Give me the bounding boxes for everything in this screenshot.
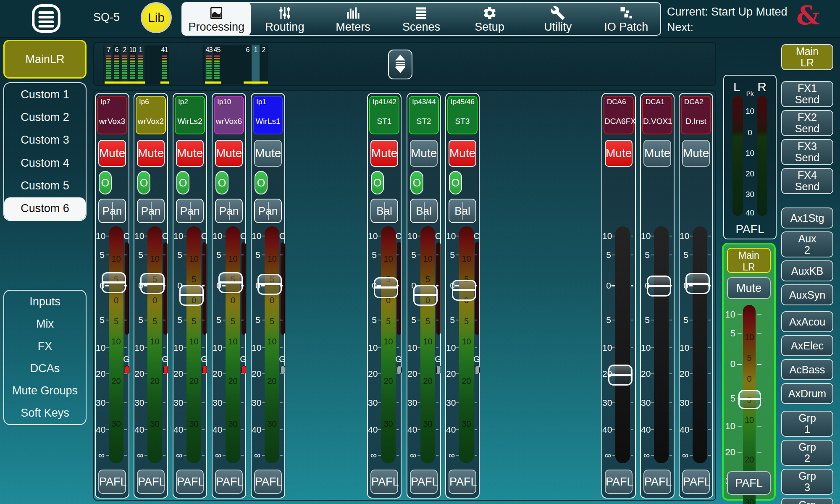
pafl-button[interactable]: PAFL: [98, 470, 126, 494]
mix-button-grp-4[interactable]: Grp4: [781, 498, 833, 504]
overview-channel-10[interactable]: 10: [129, 45, 136, 84]
mix-button-main-lr[interactable]: MainLR: [781, 44, 833, 70]
mix-button-axacou[interactable]: AxAcou: [781, 311, 833, 332]
master-mute-button[interactable]: Mute: [727, 277, 771, 299]
overview-channel-43[interactable]: 43: [205, 45, 213, 84]
fader-handle[interactable]: [140, 273, 165, 294]
pan-button[interactable]: Pan: [215, 199, 243, 223]
mix-button-axdrum[interactable]: AxDrum: [781, 383, 833, 404]
fader-handle[interactable]: [179, 285, 204, 306]
channel-label[interactable]: Ip1 WirLs1: [253, 96, 283, 134]
channel-on-indicator[interactable]: O: [99, 171, 112, 194]
pafl-button[interactable]: PAFL: [682, 470, 710, 494]
overview-channel-1[interactable]: 1: [136, 45, 144, 84]
tab-processing[interactable]: Processing: [182, 3, 251, 35]
master-pafl-button[interactable]: PAFL: [727, 471, 771, 495]
mix-button-fx2-send[interactable]: FX2Send: [781, 110, 833, 136]
mute-button[interactable]: Mute: [137, 140, 165, 167]
overview-channel-1[interactable]: 1: [252, 45, 260, 84]
channel-on-indicator[interactable]: O: [410, 171, 423, 194]
pafl-button[interactable]: PAFL: [449, 470, 476, 494]
mix-button-acbass[interactable]: AcBass: [781, 359, 833, 380]
tab-setup[interactable]: Setup: [455, 3, 524, 35]
layer-custom-4[interactable]: Custom 4: [4, 152, 86, 174]
channel-label[interactable]: Ip6 wrVox2: [136, 96, 166, 134]
layer-custom-1[interactable]: Custom 1: [4, 83, 86, 106]
mix-button-aux-2[interactable]: Aux2: [781, 231, 833, 257]
channel-label[interactable]: Ip43/44 ST2: [409, 96, 439, 134]
mute-button[interactable]: Mute: [682, 140, 710, 167]
channel-on-indicator[interactable]: O: [255, 171, 268, 194]
overview-channel-2[interactable]: 2: [260, 45, 268, 84]
pan-button[interactable]: Pan: [98, 199, 126, 223]
mute-button[interactable]: Mute: [605, 140, 633, 167]
fader-handle[interactable]: [413, 285, 438, 306]
pan-button[interactable]: Bal: [410, 199, 438, 223]
channel-on-indicator[interactable]: O: [137, 171, 150, 194]
mute-button[interactable]: Mute: [215, 140, 243, 167]
fader-handle[interactable]: [685, 273, 710, 294]
layer-custom-6[interactable]: Custom 6: [4, 197, 86, 220]
mix-button-auxkb[interactable]: AuxKB: [781, 260, 833, 281]
channel-label[interactable]: Ip7 wrVox3: [97, 96, 127, 134]
mute-button[interactable]: Mute: [98, 140, 126, 167]
tab-utility[interactable]: Utility: [524, 3, 592, 35]
tab-routing[interactable]: Routing: [251, 3, 319, 35]
channel-on-indicator[interactable]: O: [176, 171, 189, 194]
view-soft-keys[interactable]: Soft Keys: [4, 402, 86, 424]
fader-handle[interactable]: [102, 272, 126, 293]
mute-button[interactable]: Mute: [254, 140, 282, 167]
layer-custom-3[interactable]: Custom 3: [4, 129, 86, 152]
overview-channel-6[interactable]: 6: [113, 45, 121, 84]
pan-button[interactable]: Bal: [449, 199, 476, 223]
mix-button-fx1-send[interactable]: FX1Send: [781, 81, 833, 107]
pafl-button[interactable]: PAFL: [137, 470, 165, 494]
channel-label[interactable]: DCA6 DCA6FX: [604, 96, 634, 134]
fader-handle[interactable]: [218, 272, 243, 293]
mix-button-fx3-send[interactable]: FX3Send: [781, 139, 833, 165]
library-button[interactable]: Lib: [141, 2, 172, 33]
mix-button-grp-3[interactable]: Grp3: [781, 469, 833, 495]
tab-scenes[interactable]: Scenes: [387, 3, 456, 35]
channel-on-indicator[interactable]: O: [449, 171, 462, 194]
mute-button[interactable]: Mute: [643, 140, 671, 167]
pafl-button[interactable]: PAFL: [410, 470, 438, 494]
bank-scroll-button[interactable]: [388, 50, 412, 79]
channel-label[interactable]: DCA2 D.Inst: [681, 96, 711, 134]
menu-button[interactable]: [30, 3, 62, 35]
channel-label[interactable]: Ip41/42 ST1: [369, 96, 399, 134]
channel-label[interactable]: Ip10 wrVox6: [214, 96, 244, 134]
channel-label[interactable]: Ip2 WirLs2: [175, 96, 205, 134]
mute-button[interactable]: Mute: [410, 140, 438, 167]
overview-channel-45[interactable]: 45: [213, 45, 221, 84]
overview-channel-6[interactable]: 6: [244, 45, 252, 84]
mix-button-ax1stg[interactable]: Ax1Stg: [781, 207, 833, 228]
pafl-button[interactable]: PAFL: [370, 470, 398, 494]
pan-button[interactable]: Pan: [137, 199, 165, 223]
channel-on-indicator[interactable]: O: [371, 171, 384, 194]
overview-channel-2[interactable]: 2: [121, 45, 129, 84]
layer-custom-5[interactable]: Custom 5: [4, 174, 86, 197]
channel-label[interactable]: Ip45/46 ST3: [447, 96, 478, 134]
overview-channel-7[interactable]: 7: [105, 45, 113, 84]
tab-io-patch[interactable]: IO Patch: [592, 3, 660, 35]
mute-button[interactable]: Mute: [176, 140, 204, 167]
mix-button-auxsyn[interactable]: AuxSyn: [781, 284, 833, 305]
channel-on-indicator[interactable]: O: [215, 171, 228, 194]
mix-button-grp-1[interactable]: Grp1: [781, 411, 833, 437]
pan-button[interactable]: Pan: [254, 199, 282, 223]
mix-button-fx4-send[interactable]: FX4Send: [781, 168, 833, 194]
master-channel-label[interactable]: Main LR: [727, 248, 771, 273]
pafl-button[interactable]: PAFL: [254, 470, 282, 494]
view-dcas[interactable]: DCAs: [4, 357, 86, 380]
mute-button[interactable]: Mute: [370, 140, 398, 167]
view-mix[interactable]: Mix: [4, 313, 86, 335]
mix-button-grp-2[interactable]: Grp2: [781, 440, 833, 466]
mix-button-axelec[interactable]: AxElec: [781, 335, 833, 356]
master-fader-handle[interactable]: [738, 390, 761, 409]
layer-custom-2[interactable]: Custom 2: [4, 106, 86, 129]
pan-button[interactable]: Bal: [370, 199, 398, 223]
view-inputs[interactable]: Inputs: [4, 291, 86, 313]
fader-handle[interactable]: [257, 274, 282, 295]
fader-handle[interactable]: [452, 280, 476, 301]
